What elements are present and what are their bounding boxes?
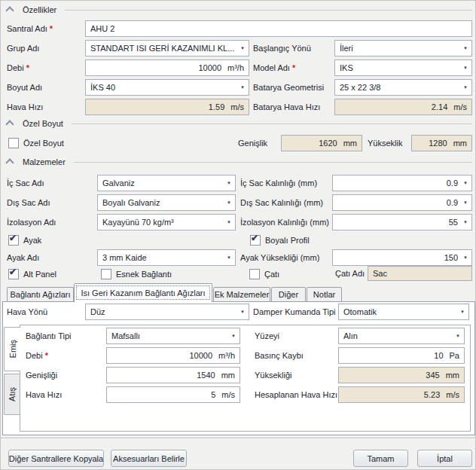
section-rule <box>7 10 472 11</box>
dis-sac-kalinligi-combo[interactable]: 0.9▼ <box>332 194 472 211</box>
ayak-checkbox[interactable]: Ayak <box>8 233 41 248</box>
required-asterisk: * <box>26 63 29 72</box>
yuksekligi-label: Yüksekliği <box>255 367 292 383</box>
alt-panel-checkbox[interactable]: Alt Panel <box>8 267 56 282</box>
dis-sac-kalinligi-label: Dış Sac Kalınlığı (mm) <box>240 194 323 211</box>
tab-baglanti-agizlari[interactable]: Bağlantı Ağızları <box>7 287 74 301</box>
collapse-chevron-icon[interactable] <box>5 6 14 14</box>
side-tab-atis[interactable]: Atış <box>4 374 20 415</box>
baglanti-tipi-combo[interactable]: Mafsallı▼ <box>106 328 240 344</box>
izolasyon-kalinligi-combo[interactable]: 55▼ <box>332 214 472 230</box>
boyut-adi-combo[interactable]: İKS 40▼ <box>85 79 249 96</box>
boyali-profil-checkbox[interactable]: Boyalı Profil <box>250 233 310 248</box>
grup-adi-combo[interactable]: STANDART ISI GERİ KAZANIMLI KL...▼ <box>85 40 249 56</box>
tab-notlar[interactable]: Notlar <box>307 287 342 301</box>
dropdown-arrow-icon: ▼ <box>463 181 468 185</box>
genislik-readonly: 1620mm <box>281 135 362 151</box>
yukseklik-label: Yükseklik <box>368 135 402 151</box>
unit-label: mm <box>221 371 235 380</box>
hava-hizi-readonly: 1.59m/s <box>85 99 249 115</box>
checkbox-box <box>8 138 19 148</box>
hava-hizi-label: Hava Hızı <box>7 99 43 115</box>
ic-sac-adi-label: İç Sac Adı <box>7 175 44 191</box>
santral-adi-input[interactable]: AHU 2 <box>85 20 472 37</box>
dropdown-arrow-icon: ▼ <box>463 66 468 70</box>
side-tab-emis[interactable]: Emiş <box>4 327 20 371</box>
iptal-button[interactable]: İptal <box>417 450 472 467</box>
dropdown-arrow-icon: ▼ <box>463 255 468 260</box>
genisligi-input[interactable]: 1540mm <box>106 367 240 383</box>
dis-sac-adi-label: Dış Sac Adı <box>7 194 50 211</box>
izolasyon-kalinligi-label: İzolasyon Kalınlığı (mm) <box>240 214 329 230</box>
batarya-geometrisi-combo[interactable]: 25 x 22 3/8▼ <box>334 79 472 96</box>
cati-checkbox[interactable]: Çatı <box>249 267 279 282</box>
esnek-baglanti-checkbox[interactable]: Esnek Bağlantı <box>101 267 172 282</box>
dropdown-arrow-icon: ▼ <box>456 334 460 338</box>
batarya-hava-hizi-label: Batarya Hava Hızı <box>253 99 320 115</box>
ayak-yuksekligi-combo[interactable]: 150▼ <box>332 249 472 266</box>
cati-adi-label: Çatı Adı <box>335 266 365 281</box>
debi-input[interactable]: 10000m³/h <box>85 60 249 76</box>
santral-adi-label: Santral Adı* <box>7 20 53 37</box>
hava-yonu-label: Hava Yönü <box>7 304 47 320</box>
tab-isi-geri-kazanim-baglanti-agizlari[interactable]: Isı Geri Kazanım Bağlantı Ağızları <box>74 283 212 302</box>
required-asterisk: * <box>45 351 48 360</box>
tamam-button[interactable]: Tamam <box>353 450 408 467</box>
izolasyon-adi-combo[interactable]: Kayayünü 70 kg/m³▼ <box>97 214 236 230</box>
unit-label: Pa <box>450 351 459 360</box>
dropdown-arrow-icon: ▼ <box>463 85 468 90</box>
dropdown-arrow-icon: ▼ <box>227 220 231 224</box>
damper-kumanda-tipi-label: Damper Kumanda Tipi <box>253 304 335 320</box>
ic-sac-kalinligi-label: İç Sac Kalınlığı (mm) <box>240 175 317 191</box>
unit-label: m/s <box>453 102 467 111</box>
collapse-chevron-icon[interactable] <box>5 120 14 128</box>
dropdown-arrow-icon: ▼ <box>227 255 231 260</box>
tab-ek-malzemeler[interactable]: Ek Malzemeler <box>213 287 270 301</box>
unit-label: m³/h <box>227 63 244 72</box>
basinc-kaybi-input[interactable]: 10Pa <box>338 347 465 364</box>
baslangic-yonu-combo[interactable]: İleri▼ <box>334 40 472 56</box>
unit-label: m³/h <box>218 351 235 360</box>
checkbox-box <box>249 269 260 279</box>
genisligi-label: Genişliği <box>26 367 57 383</box>
hava-yonu-combo[interactable]: Düz▼ <box>85 304 249 320</box>
izolasyon-adi-label: İzolasyon Adı <box>7 214 56 230</box>
checkbox-box <box>8 269 19 279</box>
hesaplanan-hava-hizi-readonly: 5.23m/s <box>338 386 465 403</box>
ozel-boyut-checkbox[interactable]: Özel Boyut <box>8 136 64 151</box>
ayak-yuksekligi-label: Ayak Yüksekliği (mm) <box>240 249 319 266</box>
emis-debi-input[interactable]: 10000m³/h <box>106 347 240 364</box>
section-header-ozellikler: Özellikler <box>7 3 65 16</box>
basinc-kaybi-label: Basınç Kaybı <box>255 347 304 364</box>
ic-sac-adi-combo[interactable]: Galvaniz▼ <box>97 175 236 191</box>
ayak-adi-combo[interactable]: 3 mm Kaide▼ <box>97 249 236 266</box>
yuzeyi-label: Yüzeyi <box>255 328 279 344</box>
section-header-ozel-boyut: Özel Boyut <box>7 117 72 130</box>
ic-sac-kalinligi-combo[interactable]: 0.9▼ <box>332 175 472 191</box>
hesaplanan-hava-hizi-label: Hesaplanan Hava Hızı <box>255 386 337 403</box>
tab-diger[interactable]: Diğer <box>271 287 306 301</box>
section-title: Özel Boyut <box>23 119 63 128</box>
unit-label: mm <box>453 139 467 148</box>
required-asterisk: * <box>292 63 295 72</box>
diger-santrallere-kopyala-button[interactable]: Diğer Santrallere Kopyala <box>8 450 104 467</box>
yuzeyi-combo[interactable]: Alın▼ <box>338 328 465 344</box>
dis-sac-adi-combo[interactable]: Boyalı Galvaniz▼ <box>97 194 236 211</box>
unit-label: mm <box>343 139 357 148</box>
dropdown-arrow-icon: ▼ <box>240 310 245 314</box>
dropdown-arrow-icon: ▼ <box>463 46 468 50</box>
section-rule <box>7 162 472 163</box>
emis-hava-hizi-input[interactable]: 5m/s <box>106 386 240 403</box>
required-asterisk: * <box>50 24 53 33</box>
batarya-hava-hizi-readonly: 2.14m/s <box>334 99 472 115</box>
model-adi-combo[interactable]: IKS▼ <box>334 60 472 76</box>
damper-kumanda-tipi-combo[interactable]: Otomatik▼ <box>338 304 469 320</box>
dropdown-arrow-icon: ▼ <box>240 46 245 50</box>
unit-label: m/s <box>446 390 459 399</box>
dropdown-arrow-icon: ▼ <box>463 200 468 205</box>
collapse-chevron-icon[interactable] <box>5 158 14 166</box>
dropdown-arrow-icon: ▼ <box>227 200 231 205</box>
dropdown-arrow-icon: ▼ <box>227 181 231 185</box>
aksesuarlari-belirle-button[interactable]: Aksesuarları Belirle <box>111 450 187 467</box>
dropdown-arrow-icon: ▼ <box>231 334 236 338</box>
